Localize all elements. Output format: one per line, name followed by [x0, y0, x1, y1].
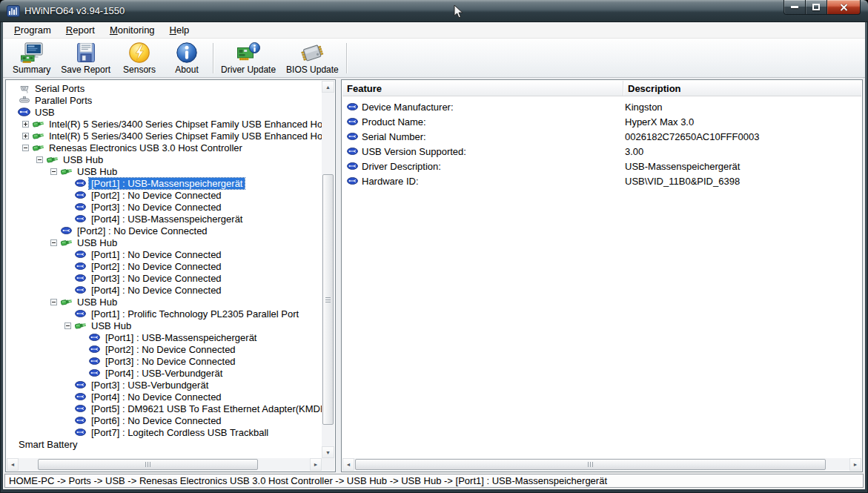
- tree-indent: [7, 385, 64, 386]
- tree-item[interactable]: USB Hub: [7, 296, 322, 308]
- toolbar-button-label: Driver Update: [221, 64, 276, 75]
- tree-item-label: USB Hub: [89, 320, 133, 331]
- tree-item[interactable]: [Port2] : No Device Connected: [7, 260, 322, 272]
- usb-connector-icon: [32, 131, 44, 140]
- driver-update-button[interactable]: Driver Update: [216, 40, 281, 76]
- feature-row[interactable]: Product Name:HyperX Max 3.0: [342, 114, 861, 129]
- tree-indent: [7, 100, 8, 101]
- tree-item-label: [Port4] : USB-Verbundgerät: [103, 368, 225, 379]
- feature-row[interactable]: Driver Description:USB-Massenspeicherger…: [342, 159, 861, 173]
- tree-item[interactable]: Parallel Ports: [7, 94, 322, 106]
- scroll-right-button[interactable]: ►: [849, 458, 861, 471]
- tree-indent: [7, 432, 64, 433]
- usb-port-icon: [74, 381, 87, 388]
- menu-item-help[interactable]: Help: [162, 23, 197, 37]
- menubar: ProgramReportMonitoringHelp: [3, 22, 865, 39]
- minimize-button[interactable]: [783, 0, 806, 15]
- scroll-left-button[interactable]: ◄: [342, 458, 354, 471]
- collapse-box-icon[interactable]: [50, 168, 57, 175]
- column-header-description[interactable]: Description: [623, 81, 861, 96]
- sensors-button[interactable]: Sensors: [116, 40, 163, 76]
- tree-item[interactable]: Intel(R) 5 Series/3400 Series Chipset Fa…: [7, 118, 322, 130]
- expand-box-icon[interactable]: [22, 133, 29, 139]
- close-button[interactable]: [826, 0, 861, 15]
- tree-item[interactable]: [Port4] : USB-Verbundgerät: [7, 367, 322, 379]
- tree-item-label: Parallel Ports: [33, 95, 94, 106]
- sensors-icon: [127, 41, 151, 64]
- scroll-left-button[interactable]: ◄: [7, 458, 19, 471]
- tree-item[interactable]: USB: [7, 106, 322, 118]
- tree-vertical-scrollbar[interactable]: ▲ ▼: [322, 81, 334, 458]
- tree-item-label: [Port2] : No Device Connected: [103, 344, 238, 355]
- tree-item-selected[interactable]: [Port1] : USB-Massenspeichergerät: [7, 177, 322, 189]
- tree-item[interactable]: [Port2] : No Device Connected: [7, 225, 322, 236]
- tree-item[interactable]: [Port2] : No Device Connected: [7, 343, 322, 355]
- tree-indent: [7, 325, 64, 326]
- feature-row[interactable]: Hardware ID:USB\VID_11B0&PID_6398: [342, 173, 861, 188]
- save-report-icon: [74, 41, 98, 64]
- menu-item-program[interactable]: Program: [7, 23, 59, 37]
- tree-horizontal-scrollbar[interactable]: ◄ ►: [7, 458, 322, 471]
- scrollbar-thumb[interactable]: [355, 459, 826, 470]
- tree-item[interactable]: [Port7] : Logitech Cordless USB Trackbal…: [7, 426, 322, 438]
- tree-item[interactable]: [Port1] : Prolific Technology PL2305 Par…: [7, 308, 322, 320]
- tree-item-label: Serial Ports: [33, 83, 87, 94]
- collapse-box-icon[interactable]: [22, 145, 29, 151]
- details-horizontal-scrollbar[interactable]: ◄ ►: [342, 458, 861, 471]
- main-area: Serial PortsParallel PortsUSBIntel(R) 5 …: [3, 78, 865, 472]
- usb-connector-icon: [32, 143, 44, 152]
- scroll-down-button[interactable]: ▼: [322, 446, 334, 458]
- tree-item[interactable]: [Port1] : USB-Massenspeichergerät: [7, 331, 322, 343]
- collapse-box-icon[interactable]: [36, 156, 43, 163]
- menu-item-monitoring[interactable]: Monitoring: [102, 23, 162, 37]
- collapse-box-icon[interactable]: [50, 239, 57, 246]
- summary-button[interactable]: Summary: [7, 40, 56, 76]
- column-header-feature[interactable]: Feature: [342, 81, 623, 96]
- feature-row[interactable]: Serial Number:0026182C72650AC10FFF0003: [342, 129, 861, 144]
- panel-splitter[interactable]: [336, 79, 341, 472]
- scroll-right-button[interactable]: ►: [310, 458, 322, 471]
- titlebar[interactable]: HWiNFO64 v3.94-1550: [0, 0, 868, 22]
- tree-indent: [7, 183, 64, 184]
- tree-indent: [7, 231, 50, 231]
- tree-item[interactable]: [Port3] : No Device Connected: [7, 355, 322, 367]
- toolbar-button-label: Sensors: [123, 64, 156, 75]
- tree-item[interactable]: [Port3] : No Device Connected: [7, 272, 322, 284]
- tree-item[interactable]: [Port1] : No Device Connected: [7, 248, 322, 260]
- tree-item[interactable]: Serial Ports: [7, 82, 322, 94]
- tree-item[interactable]: [Port5] : DM9621 USB To Fast Ethernet Ad…: [7, 403, 322, 414]
- feature-name: Serial Number:: [362, 131, 625, 142]
- tree-item[interactable]: Renesas Electronics USB 3.0 Host Control…: [7, 142, 322, 153]
- tree-item[interactable]: [Port4] : No Device Connected: [7, 284, 322, 296]
- collapse-box-icon[interactable]: [64, 322, 71, 329]
- tree-item[interactable]: [Port3] : No Device Connected: [7, 201, 322, 213]
- tree-item[interactable]: [Port3] : USB-Verbundgerät: [7, 379, 322, 391]
- feature-row[interactable]: USB Version Supported:3.00: [342, 144, 861, 159]
- tree-item[interactable]: Smart Battery: [7, 438, 322, 450]
- scrollbar-thumb[interactable]: [322, 174, 334, 425]
- expand-box-icon[interactable]: [22, 121, 29, 128]
- save-report-button[interactable]: Save Report: [56, 40, 116, 76]
- tree-item-label: [Port3] : No Device Connected: [89, 202, 224, 213]
- tree-item[interactable]: USB Hub: [7, 165, 322, 177]
- tree-item[interactable]: [Port4] : USB-Massenspeichergerät: [7, 213, 322, 225]
- bios-update-button[interactable]: BIOS Update: [281, 40, 344, 76]
- tree-item[interactable]: [Port4] : No Device Connected: [7, 391, 322, 403]
- tree-item[interactable]: Intel(R) 5 Series/3400 Series Chipset Fa…: [7, 130, 322, 142]
- feature-row[interactable]: Device Manufacturer:Kingston: [342, 99, 861, 114]
- tree-indent: [7, 254, 64, 255]
- scroll-up-button[interactable]: ▲: [322, 81, 334, 93]
- tree-indent: [7, 397, 64, 397]
- collapse-box-icon[interactable]: [50, 299, 57, 305]
- tree-item[interactable]: USB Hub: [7, 320, 322, 331]
- tree-item[interactable]: USB Hub: [7, 153, 322, 165]
- maximize-button[interactable]: [806, 0, 826, 15]
- mouse-cursor: [454, 4, 463, 22]
- tree-item[interactable]: [Port6] : No Device Connected: [7, 414, 322, 426]
- tree-item[interactable]: [Port2] : No Device Connected: [7, 189, 322, 201]
- tree-item[interactable]: USB Hub: [7, 236, 322, 248]
- about-button[interactable]: About: [163, 40, 211, 76]
- tree-item-label: USB Hub: [75, 166, 119, 177]
- menu-item-report[interactable]: Report: [59, 23, 102, 37]
- scrollbar-thumb[interactable]: [38, 459, 258, 470]
